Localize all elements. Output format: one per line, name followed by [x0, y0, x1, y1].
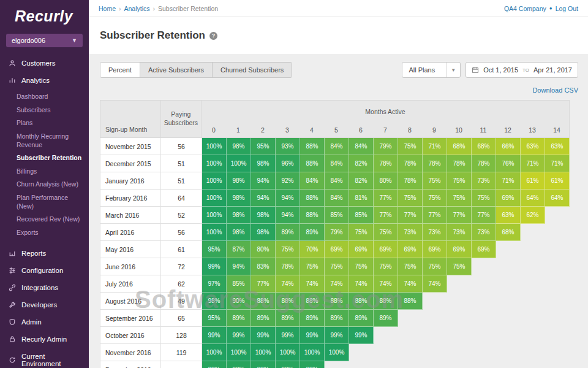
retention-cell: 82%: [349, 155, 374, 172]
retention-cell: 75%: [398, 138, 423, 155]
table-row: October 201612899%99%99%99%99%99%99%: [100, 327, 570, 344]
retention-cell: 69%: [398, 241, 423, 258]
month-number-row: 01234567891011121314: [202, 123, 569, 137]
retention-cell: 74%: [325, 275, 349, 293]
sidebar-item-reports[interactable]: Reports: [0, 245, 89, 262]
retention-cell: 94%: [227, 258, 251, 275]
content: Percent Active Subscribers Churned Subsc…: [89, 54, 588, 368]
retention-cell: 82%: [349, 172, 374, 190]
retention-cell: 63%: [545, 138, 570, 155]
retention-cell: 62%: [521, 207, 545, 224]
retention-cell: 71%: [521, 155, 545, 172]
retention-cell: 75%: [300, 258, 325, 275]
active-subscribers-button[interactable]: Active Subscribers: [140, 63, 213, 77]
sidebar-item-current-environment[interactable]: Current Environment: [0, 348, 89, 368]
retention-cell: 63%: [521, 138, 545, 155]
retention-cell: 98%: [251, 155, 276, 172]
table-row: May 20166195%87%80%75%70%69%69%69%69%69%…: [100, 241, 570, 258]
plans-select-value: All Plans: [402, 66, 446, 74]
subnav-item-subscribers[interactable]: Subscribers: [0, 104, 89, 117]
retention-cell: 69%: [447, 241, 472, 258]
account-name: elgordo006: [12, 37, 45, 44]
retention-cell: 77%: [251, 275, 276, 293]
month-column-header: 8: [398, 123, 422, 137]
retention-cell: 75%: [447, 172, 472, 190]
subnav-item-subscriber-retention[interactable]: Subscriber Retention: [0, 151, 89, 165]
retention-cell: 66%: [496, 138, 521, 155]
sidebar-item-analytics[interactable]: Analytics: [0, 72, 89, 89]
date-range-picker[interactable]: Oct 1, 2015 TO Apr 21, 2017: [466, 62, 578, 78]
retention-cell: 61%: [521, 172, 545, 190]
company-link[interactable]: QA4 Company: [504, 5, 546, 12]
retention-cell: 100%: [202, 155, 227, 172]
sidebar-item-customers[interactable]: Customers: [0, 55, 89, 72]
chevron-down-icon: ▼: [72, 37, 77, 44]
retention-cell: 98%: [202, 361, 227, 368]
sidebar-item-admin[interactable]: Admin: [0, 313, 89, 331]
retention-cell: 68%: [496, 224, 521, 241]
table-row: September 20166595%89%89%89%89%89%89%89%: [100, 310, 570, 327]
retention-cell: 100%: [227, 344, 251, 361]
toolbar: Percent Active Subscribers Churned Subsc…: [89, 54, 588, 83]
page-title: Subscriber Retention: [100, 29, 205, 42]
sidebar-item-label: Integrations: [21, 284, 58, 291]
retention-cell: 68%: [447, 138, 472, 155]
retention-cell: 81%: [349, 190, 374, 207]
sidebar-item-developers[interactable]: Developers: [0, 296, 89, 313]
table-row: December 201551100%100%98%96%88%84%82%78…: [100, 155, 570, 172]
month-column-header: 5: [324, 123, 349, 137]
retention-cell: 61%: [545, 172, 570, 190]
subnav-item-plan-performance[interactable]: Plan Performance (New): [0, 191, 89, 213]
retention-cell: 98%: [227, 190, 251, 207]
logout-link[interactable]: Log Out: [556, 5, 578, 12]
retention-cell: 77%: [447, 207, 472, 224]
percent-button[interactable]: Percent: [100, 63, 140, 77]
month-column-header: 14: [545, 123, 569, 137]
retention-cell: 73%: [472, 172, 496, 190]
help-icon[interactable]: ?: [209, 32, 217, 40]
subnav-item-plans[interactable]: Plans: [0, 117, 89, 130]
retention-cell: 99%: [251, 327, 276, 344]
retention-cell: 84%: [349, 138, 374, 155]
account-switcher[interactable]: elgordo006 ▼: [6, 34, 83, 47]
sidebar-item-configuration[interactable]: Configuration: [0, 262, 89, 279]
subnav-item-billings[interactable]: Billings: [0, 165, 89, 178]
date-to-value[interactable]: Apr 21, 2017: [533, 66, 572, 74]
retention-cell: 75%: [423, 258, 447, 275]
topbar-links: QA4 Company ● Log Out: [504, 5, 578, 12]
retention-cell: 89%: [325, 310, 349, 327]
retention-cell: 89%: [300, 310, 325, 327]
plans-select[interactable]: All Plans ▼: [402, 62, 461, 78]
month-column-header: 13: [520, 123, 545, 137]
sidebar-item-integrations[interactable]: Integrations: [0, 279, 89, 296]
analytics-icon: [9, 77, 16, 84]
retention-cell: 64%: [545, 190, 570, 207]
retention-cell: 74%: [276, 275, 300, 293]
subnav-item-exports[interactable]: Exports: [0, 226, 89, 240]
date-from-value[interactable]: Oct 1, 2015: [483, 66, 518, 74]
subnav-item-dashboard[interactable]: Dashboard: [0, 90, 89, 104]
churned-subscribers-button[interactable]: Churned Subscribers: [213, 63, 292, 77]
retention-cell: 98%: [251, 224, 276, 241]
sidebar-item-recurly-admin[interactable]: Recurly Admin: [0, 331, 89, 348]
months-active-label: Months Active: [202, 101, 569, 123]
retention-cell: 73%: [398, 224, 423, 241]
subnav-item-churn-analysis[interactable]: Churn Analysis (New): [0, 178, 89, 191]
download-csv-link[interactable]: Download CSV: [532, 86, 578, 94]
retention-cell: 88%: [300, 190, 325, 207]
subnav-item-recovered-rev[interactable]: Recovered Rev (New): [0, 213, 89, 226]
breadcrumb-analytics[interactable]: Analytics: [124, 5, 150, 12]
breadcrumb-home[interactable]: Home: [99, 5, 116, 12]
subnav-item-monthly-recurring-revenue[interactable]: Monthly Recurring Revenue: [0, 130, 89, 151]
retention-cell: 75%: [423, 172, 447, 190]
paying-subscribers-cell: 56: [161, 224, 202, 241]
filters: All Plans ▼ Oct 1, 2015 TO Apr 21, 2017: [402, 62, 578, 78]
retention-cell: 63%: [496, 207, 521, 224]
table-row: July 20166297%85%77%74%74%74%74%74%74%74…: [100, 275, 570, 293]
month-column-header: 4: [300, 123, 324, 137]
retention-cell: 88%: [276, 293, 300, 310]
retention-cell: 78%: [472, 155, 496, 172]
retention-cell: 80%: [374, 172, 398, 190]
reports-icon: [9, 250, 16, 257]
retention-cell: 78%: [398, 155, 423, 172]
